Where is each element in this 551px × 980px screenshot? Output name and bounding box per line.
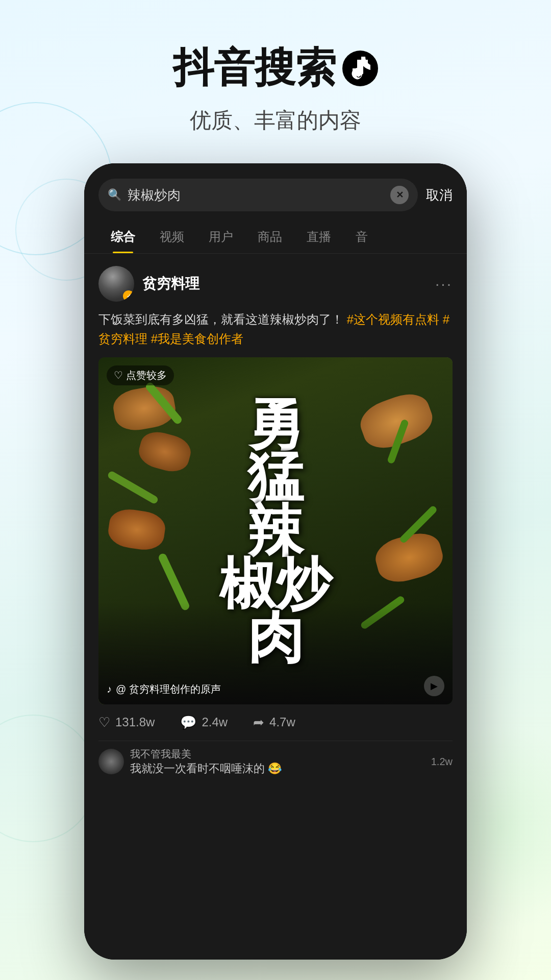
video-overlay: 勇猛辣椒炒肉 (98, 357, 453, 704)
likes-count: 131.8w (115, 715, 155, 729)
search-bar-row: 🔍 辣椒炒肉 ✕ 取消 (84, 163, 467, 216)
tab-user[interactable]: 用户 (196, 220, 245, 253)
comments-stat[interactable]: 💬 2.4w (180, 715, 228, 730)
app-title-row: 抖音搜索 (0, 41, 551, 96)
search-icon: 🔍 (108, 188, 121, 202)
tab-music-label: 音 (356, 230, 368, 243)
likes-stat[interactable]: ♡ 131.8w (98, 715, 155, 730)
tab-live[interactable]: 直播 (294, 220, 343, 253)
tab-product-label: 商品 (258, 230, 282, 243)
heart-icon-small: ♡ (114, 369, 123, 381)
music-note-icon: ♪ (107, 683, 112, 695)
content-area: ✓ 贫穷料理 ··· 下饭菜到底有多凶猛，就看这道辣椒炒肉了！ #这个视频有点料… (84, 254, 467, 960)
verified-icon: ✓ (127, 293, 131, 300)
audio-text: @ 贫穷料理创作的原声 (116, 682, 221, 696)
user-card-row: ✓ 贫穷料理 ··· (98, 266, 453, 302)
likes-badge: ♡ 点赞较多 (107, 365, 174, 385)
header-section: 抖音搜索 优质、丰富的内容 (0, 0, 551, 155)
comment-content: 我不管我最美 我就没一次看时不咽唾沫的 😂 (130, 747, 425, 776)
comment-icon: 💬 (180, 715, 196, 730)
post-text: 下饭菜到底有多凶猛，就看这道辣椒炒肉了！ #这个视频有点料 #贫穷料理 #我是美… (98, 310, 453, 349)
stats-row: ♡ 131.8w 💬 2.4w ➦ 4.7w (98, 704, 453, 741)
bg-decoration-3 (0, 715, 97, 842)
phone-inner: 🔍 辣椒炒肉 ✕ 取消 综合 视频 用户 商品 直播 (84, 163, 467, 960)
commenter-name: 我不管我最美 (130, 747, 425, 761)
tab-comprehensive[interactable]: 综合 (98, 220, 147, 253)
tab-music[interactable]: 音 (343, 220, 380, 253)
app-title-text: 抖音搜索 (173, 41, 336, 96)
comment-preview-row: 我不管我最美 我就没一次看时不咽唾沫的 😂 1.2w (98, 741, 453, 776)
post-main-text: 下饭菜到底有多凶猛，就看这道辣椒炒肉了！ (98, 312, 343, 326)
tab-video[interactable]: 视频 (147, 220, 196, 253)
verified-badge: ✓ (123, 290, 134, 302)
header-subtitle: 优质、丰富的内容 (0, 106, 551, 135)
shares-stat[interactable]: ➦ 4.7w (253, 715, 295, 730)
tab-user-label: 用户 (209, 230, 233, 243)
phone-mockup: 🔍 辣椒炒肉 ✕ 取消 综合 视频 用户 商品 直播 (84, 163, 467, 960)
video-thumbnail[interactable]: 勇猛辣椒炒肉 ♡ 点赞较多 ♪ @ 贫穷料理创作的原声 ▶ (98, 357, 453, 704)
clear-icon: ✕ (396, 189, 404, 201)
search-input-wrapper[interactable]: 🔍 辣椒炒肉 ✕ (98, 179, 418, 211)
heart-icon: ♡ (98, 715, 110, 730)
tabs-row: 综合 视频 用户 商品 直播 音 (84, 216, 467, 254)
username: 贫穷料理 (142, 274, 435, 293)
tab-live-label: 直播 (307, 230, 331, 243)
clear-search-button[interactable]: ✕ (390, 186, 409, 204)
more-options-button[interactable]: ··· (435, 275, 453, 292)
commenter-avatar (98, 749, 124, 774)
cancel-button[interactable]: 取消 (426, 186, 453, 204)
shares-count: 4.7w (269, 715, 295, 729)
likes-badge-text: 点赞较多 (126, 369, 167, 382)
play-icon: ▶ (431, 680, 438, 692)
tiktok-logo-badge (342, 51, 378, 86)
comments-count: 2.4w (202, 715, 228, 729)
search-query-text: 辣椒炒肉 (128, 186, 384, 204)
tab-product[interactable]: 商品 (245, 220, 294, 253)
play-button[interactable]: ▶ (424, 676, 444, 696)
tab-comprehensive-label: 综合 (111, 230, 135, 243)
video-overlay-text-content: 勇猛辣椒炒肉 (219, 398, 332, 665)
comment-body: 我就没一次看时不咽唾沫的 😂 (130, 761, 425, 776)
share-icon: ➦ (253, 715, 264, 730)
user-avatar[interactable]: ✓ (98, 266, 134, 302)
tab-video-label: 视频 (160, 230, 184, 243)
comment-count: 1.2w (431, 756, 453, 768)
audio-row: ♪ @ 贫穷料理创作的原声 (107, 682, 221, 696)
